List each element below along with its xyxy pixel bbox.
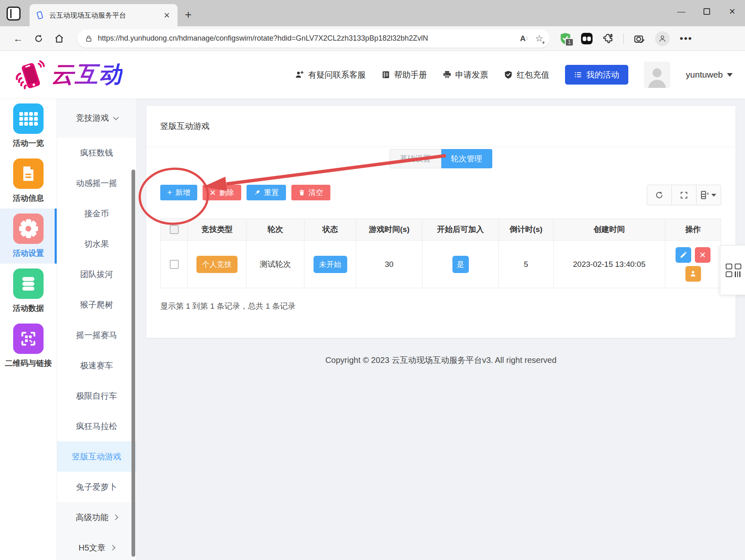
delete-button[interactable]: ✕删除 [203, 185, 241, 200]
maximize-button[interactable] [694, 0, 720, 23]
players-button[interactable] [685, 266, 701, 282]
grid-icon [13, 103, 44, 134]
logo-phone-icon [12, 57, 48, 93]
browser-menu-icon[interactable]: ••• [680, 33, 692, 44]
submenu-item[interactable]: 极速赛车 [57, 350, 136, 381]
col-header: 开始后可加入 [422, 219, 499, 241]
type-badge: 个人竞技 [196, 256, 238, 273]
submenu-item[interactable]: 兔子爱萝卜 [57, 472, 136, 502]
nav-recharge[interactable]: 红包充值 [504, 69, 549, 80]
submenu-group-h5-article[interactable]: H5文章 [57, 532, 136, 560]
sidebar-item-qrcode-links[interactable]: 二维码与链接 [0, 319, 57, 374]
submenu-scrollbar[interactable] [131, 170, 135, 557]
tab-title: 云互动现场互动服务平台 [49, 11, 157, 20]
new-tab-button[interactable]: + [185, 9, 191, 21]
browser-profile-icon[interactable] [655, 31, 670, 46]
sidebar-item-activity-settings[interactable]: 活动设置 [0, 209, 57, 264]
card-header: 竖版互动游戏 [146, 106, 736, 147]
invoice-icon [443, 70, 452, 79]
manual-icon [381, 70, 390, 79]
browser-tab[interactable]: 云互动现场互动服务平台 ✕ [30, 4, 178, 26]
extensions-puzzle-icon[interactable] [602, 33, 614, 44]
web-capture-icon[interactable] [634, 33, 645, 44]
chevron-down-icon [727, 73, 733, 77]
select-all-checkbox[interactable] [170, 225, 179, 234]
header-nav: 有疑问联系客服 帮助手册 申请发票 红包充值 我的活动 yun [295, 62, 733, 88]
submenu-item[interactable]: 疯狂马拉松 [57, 411, 136, 441]
fullscreen-icon[interactable] [671, 185, 697, 205]
submenu-group-competitive-games[interactable]: 竞技游戏 [57, 99, 136, 138]
tab-actions-icon[interactable] [7, 7, 21, 21]
user-menu[interactable]: yuntuweb [686, 70, 733, 80]
home-icon[interactable] [51, 30, 67, 47]
avatar[interactable] [644, 62, 670, 88]
dark-extension-icon[interactable] [581, 33, 593, 44]
col-header: 创建时间 [554, 219, 665, 241]
tab-round-management[interactable]: 轮次管理 [441, 149, 492, 168]
page-title: 竖版互动游戏 [160, 121, 210, 132]
nav-contact-support[interactable]: 有疑问联系客服 [295, 69, 366, 80]
gear-icon [13, 213, 44, 244]
close-button[interactable]: ✕ [720, 0, 745, 23]
extension-cluster: 1 ••• [560, 31, 692, 46]
reset-button[interactable]: 重置 [247, 185, 286, 200]
tab-close-icon[interactable]: ✕ [162, 11, 172, 20]
tab-basic-settings[interactable]: 基础设置 [390, 149, 441, 168]
favorite-icon[interactable]: ☆+ [535, 33, 543, 44]
reset-gavel-icon [254, 189, 261, 196]
refresh-icon[interactable] [30, 30, 47, 47]
url-bar[interactable]: https://hd.yunhudong.cn/hdmanage/configs… [77, 30, 550, 48]
refresh-table-icon[interactable] [647, 185, 672, 205]
document-icon [13, 158, 44, 189]
read-aloud-icon[interactable]: A〉 [520, 34, 530, 43]
submenu-item[interactable]: 摇一摇赛马 [57, 320, 136, 350]
contact-support-icon [295, 70, 304, 79]
col-header: 状态 [304, 219, 356, 241]
submenu-item[interactable]: 切水果 [57, 229, 136, 259]
row-checkbox[interactable] [170, 260, 179, 269]
columns-toggle-icon[interactable]: × [696, 185, 721, 205]
chevron-down-icon [113, 114, 119, 120]
record-info: 显示第 1 到第 1 条记录，总共 1 条记录 [160, 301, 721, 312]
created-cell: 2023-02-15 13:40:05 [554, 241, 665, 288]
joinable-badge: 是 [452, 256, 469, 273]
person-icon [689, 270, 697, 278]
pencil-icon [680, 251, 687, 259]
my-activity-button[interactable]: 我的活动 [565, 65, 628, 85]
sidebar-item-activity-info[interactable]: 活动信息 [0, 154, 57, 209]
submenu-item[interactable]: 极限自行车 [57, 381, 136, 411]
site-favicon-icon [35, 11, 44, 20]
action-buttons: +新增 ✕删除 重置 清空 [160, 185, 330, 200]
table-header-row: 竞技类型 轮次 状态 游戏时间(s) 开始后可加入 倒计时(s) 创建时间 操作 [161, 219, 721, 241]
trash-icon [298, 189, 305, 196]
sidebar-item-activity-overview[interactable]: 活动一览 [0, 99, 57, 154]
add-button[interactable]: +新增 [160, 185, 197, 200]
submenu-item[interactable]: 接金币 [57, 198, 136, 229]
edit-button[interactable] [676, 247, 691, 263]
adblock-shield-icon[interactable]: 1 [560, 32, 571, 45]
rounds-table: 竞技类型 轮次 状态 游戏时间(s) 开始后可加入 倒计时(s) 创建时间 操作 [160, 218, 721, 288]
x-icon: ✕ [210, 188, 216, 197]
sidebar-item-activity-data[interactable]: 活动数据 [0, 264, 57, 319]
recharge-icon [504, 70, 513, 79]
back-icon[interactable]: ← [10, 30, 26, 47]
submenu-group-advanced[interactable]: 高级功能 [57, 502, 136, 532]
nav-invoice[interactable]: 申请发票 [443, 69, 488, 80]
clear-button[interactable]: 清空 [291, 185, 330, 200]
submenu-item[interactable]: 猴子爬树 [57, 289, 136, 320]
chevron-right-icon [110, 545, 115, 551]
logo-text: 云互动 [51, 59, 122, 90]
card-view-toggle[interactable] [720, 245, 745, 295]
browser-toolbar: ← https://hd.yunhudong.cn/hdmanage/confi… [0, 26, 745, 51]
minimize-button[interactable]: — [669, 0, 694, 23]
logo[interactable]: 云互动 [12, 57, 122, 93]
submenu-item[interactable]: 动感摇一摇 [57, 168, 136, 198]
submenu-item[interactable]: 疯狂数钱 [57, 138, 136, 168]
submenu-item-vertical-interactive-game[interactable]: 竖版互动游戏 [57, 441, 136, 472]
chevron-right-icon [113, 514, 118, 520]
delete-row-button[interactable]: ✕ [695, 247, 710, 263]
submenu-item[interactable]: 团队拔河 [57, 259, 136, 289]
window-controls: — ✕ [669, 0, 745, 23]
nav-manual[interactable]: 帮助手册 [381, 69, 427, 80]
toolbar-separator [623, 33, 624, 44]
